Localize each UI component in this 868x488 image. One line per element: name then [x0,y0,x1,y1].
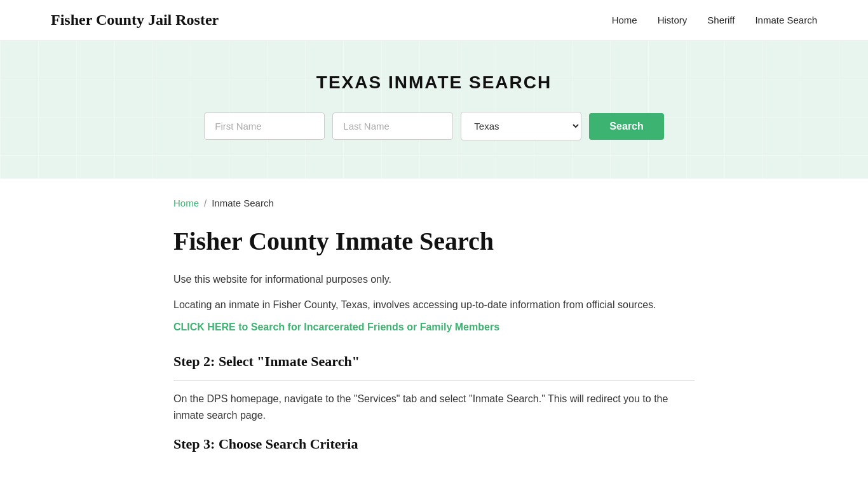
last-name-input[interactable] [332,112,453,140]
breadcrumb-home[interactable]: Home [173,198,199,208]
site-logo[interactable]: Fisher County Jail Roster [51,11,219,29]
search-link[interactable]: CLICK HERE to Search for Incarcerated Fr… [173,322,499,333]
step2-heading: Step 2: Select "Inmate Search" [173,353,695,381]
inmate-search-form: TexasAlabamaAlaskaArizonaArkansasCalifor… [13,112,855,140]
step2-text: On the DPS homepage, navigate to the "Se… [173,391,695,423]
breadcrumb: Home / Inmate Search [173,198,695,208]
hero-section: TEXAS INMATE SEARCH TexasAlabamaAlaskaAr… [0,41,868,179]
page-title: Fisher County Inmate Search [173,226,695,256]
nav-home[interactable]: Home [612,15,637,25]
intro-para-2: Locating an inmate in Fisher County, Tex… [173,297,695,313]
nav-inmate-search[interactable]: Inmate Search [755,15,817,25]
main-content: Home / Inmate Search Fisher County Inmat… [148,179,720,488]
breadcrumb-separator: / [204,198,207,208]
step3-heading: Step 3: Choose Search Criteria [173,436,695,452]
search-button[interactable]: Search [589,113,663,140]
main-nav: Home History Sheriff Inmate Search [612,15,817,25]
hero-title: TEXAS INMATE SEARCH [13,72,855,93]
state-select[interactable]: TexasAlabamaAlaskaArizonaArkansasCalifor… [461,112,581,140]
nav-sheriff[interactable]: Sheriff [707,15,735,25]
first-name-input[interactable] [204,112,325,140]
nav-history[interactable]: History [658,15,688,25]
intro-para-1: Use this website for informational purpo… [173,271,695,288]
breadcrumb-current: Inmate Search [212,198,274,208]
site-header: Fisher County Jail Roster Home History S… [0,0,868,41]
